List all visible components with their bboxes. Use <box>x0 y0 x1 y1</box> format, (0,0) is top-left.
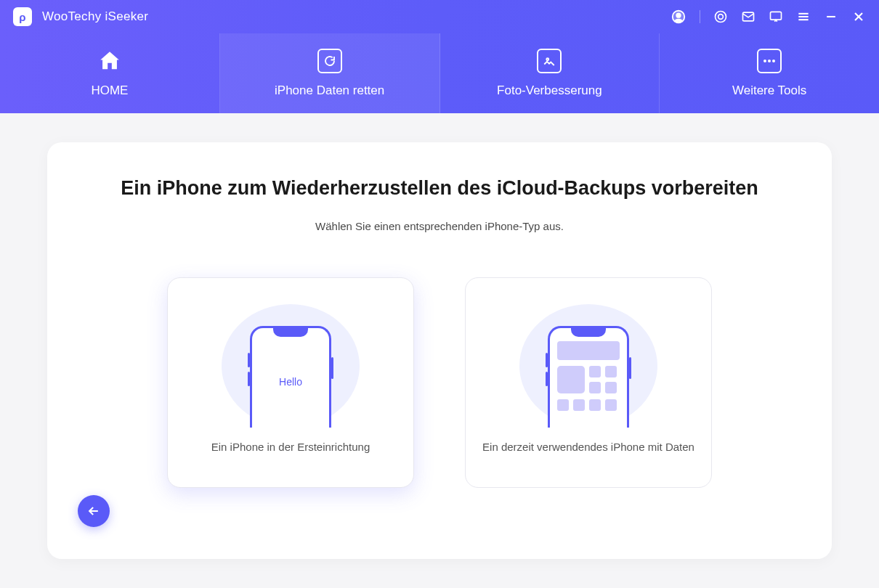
svg-point-3 <box>718 15 724 20</box>
menu-icon[interactable] <box>796 9 811 24</box>
option-label: Ein iPhone in der Ersteinrichtung <box>204 441 377 453</box>
recover-icon <box>317 49 342 73</box>
nav-label: Foto-Verbesserung <box>497 83 602 98</box>
nav-home[interactable]: HOME <box>0 33 220 113</box>
more-icon <box>757 49 782 73</box>
back-button[interactable] <box>78 495 110 527</box>
svg-point-13 <box>763 60 766 62</box>
photo-icon <box>537 49 562 73</box>
illustration-circle: Hello <box>222 304 360 428</box>
phone-illustration-icon: Hello <box>250 326 331 428</box>
minimize-icon[interactable] <box>824 9 838 24</box>
nav-iphone-retten[interactable]: iPhone Daten retten <box>220 33 440 113</box>
option-new-iphone[interactable]: Hello Ein iPhone in der Ersteinrichtung <box>167 277 414 488</box>
nav-tools[interactable]: Weitere Tools <box>660 33 879 113</box>
header-bar: ρ WooTechy iSeeker <box>0 0 879 113</box>
svg-point-2 <box>716 12 726 23</box>
nav-label: Weitere Tools <box>732 83 806 98</box>
svg-point-14 <box>768 60 771 62</box>
settings-icon[interactable] <box>713 9 728 24</box>
app-title: WooTechy iSeeker <box>42 9 660 24</box>
page-subtitle: Wählen Sie einen entsprechenden iPhone-T… <box>315 220 564 232</box>
page-title: Ein iPhone zum Wiederherzustellen des iC… <box>121 177 758 200</box>
divider <box>700 10 700 23</box>
account-icon[interactable] <box>671 9 686 25</box>
option-label: Ein derzeit verwendendes iPhone mit Date… <box>475 441 702 453</box>
title-bar: ρ WooTechy iSeeker <box>0 0 879 33</box>
app-logo-icon: ρ <box>13 7 32 26</box>
phone-data-illustration-icon <box>548 326 629 428</box>
nav-label: HOME <box>91 83 128 98</box>
svg-rect-5 <box>771 12 782 20</box>
feedback-icon[interactable] <box>769 9 783 24</box>
window-controls <box>671 9 866 25</box>
phone-hello-text: Hello <box>279 376 302 388</box>
nav-row: HOME iPhone Daten retten Foto-Verbesseru… <box>0 33 879 113</box>
nav-foto[interactable]: Foto-Verbesserung <box>440 33 660 113</box>
arrow-left-icon <box>86 504 101 518</box>
card-panel: Ein iPhone zum Wiederherzustellen des iC… <box>47 142 832 559</box>
illustration-circle <box>519 304 657 428</box>
content-area: Ein iPhone zum Wiederherzustellen des iC… <box>0 113 879 588</box>
svg-point-12 <box>547 58 549 60</box>
nav-label: iPhone Daten retten <box>275 83 384 98</box>
mail-icon[interactable] <box>741 9 756 24</box>
svg-point-15 <box>772 60 775 62</box>
app-window: ρ WooTechy iSeeker <box>0 0 879 588</box>
option-used-iphone[interactable]: Ein derzeit verwendendes iPhone mit Date… <box>465 277 712 488</box>
svg-point-1 <box>676 13 681 17</box>
options-row: Hello Ein iPhone in der Ersteinrichtung <box>167 277 712 488</box>
close-icon[interactable] <box>851 9 866 24</box>
home-icon <box>97 49 122 73</box>
